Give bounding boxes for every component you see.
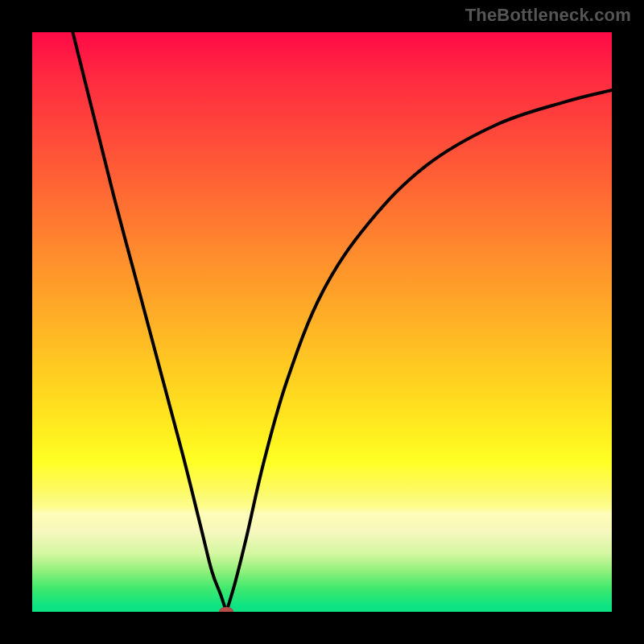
curve-right bbox=[226, 90, 612, 612]
watermark-text: TheBottleneck.com bbox=[465, 5, 631, 26]
curve-left bbox=[72, 32, 226, 612]
chart-container: TheBottleneck.com bbox=[0, 0, 644, 644]
minimum-marker bbox=[219, 607, 233, 612]
plot-area bbox=[32, 32, 612, 612]
curve-svg bbox=[32, 32, 612, 612]
